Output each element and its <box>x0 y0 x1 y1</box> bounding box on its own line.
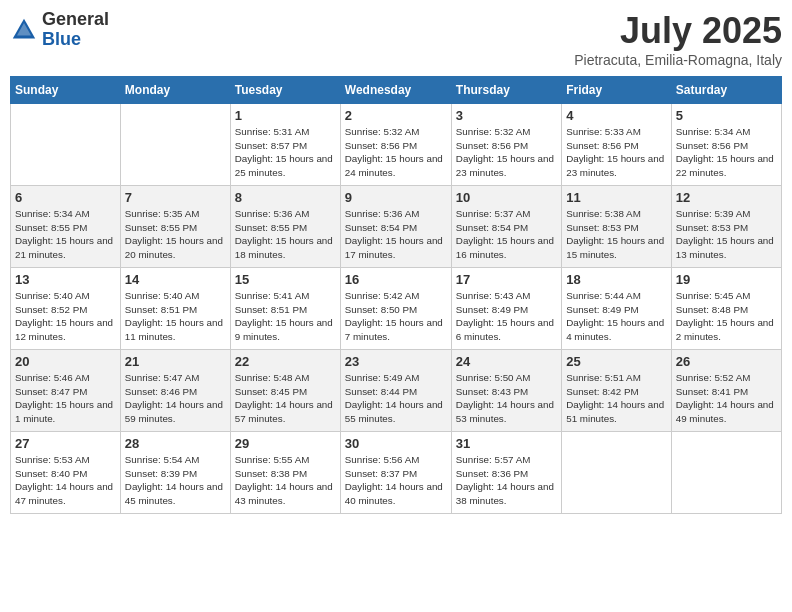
day-info: Sunrise: 5:39 AM Sunset: 8:53 PM Dayligh… <box>676 207 777 262</box>
calendar-week-row: 20Sunrise: 5:46 AM Sunset: 8:47 PM Dayli… <box>11 350 782 432</box>
day-number: 24 <box>456 354 557 369</box>
day-number: 28 <box>125 436 226 451</box>
calendar-cell: 27Sunrise: 5:53 AM Sunset: 8:40 PM Dayli… <box>11 432 121 514</box>
day-info: Sunrise: 5:31 AM Sunset: 8:57 PM Dayligh… <box>235 125 336 180</box>
day-info: Sunrise: 5:36 AM Sunset: 8:54 PM Dayligh… <box>345 207 447 262</box>
calendar-cell: 15Sunrise: 5:41 AM Sunset: 8:51 PM Dayli… <box>230 268 340 350</box>
day-info: Sunrise: 5:36 AM Sunset: 8:55 PM Dayligh… <box>235 207 336 262</box>
day-info: Sunrise: 5:50 AM Sunset: 8:43 PM Dayligh… <box>456 371 557 426</box>
day-number: 8 <box>235 190 336 205</box>
weekday-header-monday: Monday <box>120 77 230 104</box>
calendar-cell: 10Sunrise: 5:37 AM Sunset: 8:54 PM Dayli… <box>451 186 561 268</box>
calendar-cell: 12Sunrise: 5:39 AM Sunset: 8:53 PM Dayli… <box>671 186 781 268</box>
day-number: 25 <box>566 354 667 369</box>
calendar-cell: 18Sunrise: 5:44 AM Sunset: 8:49 PM Dayli… <box>562 268 672 350</box>
calendar-cell: 8Sunrise: 5:36 AM Sunset: 8:55 PM Daylig… <box>230 186 340 268</box>
day-info: Sunrise: 5:49 AM Sunset: 8:44 PM Dayligh… <box>345 371 447 426</box>
calendar-cell <box>562 432 672 514</box>
calendar-cell: 3Sunrise: 5:32 AM Sunset: 8:56 PM Daylig… <box>451 104 561 186</box>
calendar-cell <box>120 104 230 186</box>
day-number: 13 <box>15 272 116 287</box>
day-info: Sunrise: 5:43 AM Sunset: 8:49 PM Dayligh… <box>456 289 557 344</box>
day-number: 23 <box>345 354 447 369</box>
day-info: Sunrise: 5:34 AM Sunset: 8:55 PM Dayligh… <box>15 207 116 262</box>
day-info: Sunrise: 5:53 AM Sunset: 8:40 PM Dayligh… <box>15 453 116 508</box>
logo-icon <box>10 16 38 44</box>
weekday-header-sunday: Sunday <box>11 77 121 104</box>
day-number: 11 <box>566 190 667 205</box>
calendar-cell <box>11 104 121 186</box>
calendar-table: SundayMondayTuesdayWednesdayThursdayFrid… <box>10 76 782 514</box>
calendar-cell: 21Sunrise: 5:47 AM Sunset: 8:46 PM Dayli… <box>120 350 230 432</box>
day-info: Sunrise: 5:51 AM Sunset: 8:42 PM Dayligh… <box>566 371 667 426</box>
calendar-cell: 24Sunrise: 5:50 AM Sunset: 8:43 PM Dayli… <box>451 350 561 432</box>
day-number: 14 <box>125 272 226 287</box>
day-info: Sunrise: 5:45 AM Sunset: 8:48 PM Dayligh… <box>676 289 777 344</box>
day-number: 30 <box>345 436 447 451</box>
calendar-week-row: 1Sunrise: 5:31 AM Sunset: 8:57 PM Daylig… <box>11 104 782 186</box>
calendar-cell: 26Sunrise: 5:52 AM Sunset: 8:41 PM Dayli… <box>671 350 781 432</box>
day-number: 3 <box>456 108 557 123</box>
day-info: Sunrise: 5:34 AM Sunset: 8:56 PM Dayligh… <box>676 125 777 180</box>
day-info: Sunrise: 5:35 AM Sunset: 8:55 PM Dayligh… <box>125 207 226 262</box>
day-number: 10 <box>456 190 557 205</box>
weekday-header-thursday: Thursday <box>451 77 561 104</box>
day-number: 15 <box>235 272 336 287</box>
day-number: 12 <box>676 190 777 205</box>
day-number: 4 <box>566 108 667 123</box>
day-info: Sunrise: 5:48 AM Sunset: 8:45 PM Dayligh… <box>235 371 336 426</box>
day-info: Sunrise: 5:38 AM Sunset: 8:53 PM Dayligh… <box>566 207 667 262</box>
calendar-cell: 2Sunrise: 5:32 AM Sunset: 8:56 PM Daylig… <box>340 104 451 186</box>
calendar-cell: 13Sunrise: 5:40 AM Sunset: 8:52 PM Dayli… <box>11 268 121 350</box>
calendar-cell: 22Sunrise: 5:48 AM Sunset: 8:45 PM Dayli… <box>230 350 340 432</box>
day-number: 1 <box>235 108 336 123</box>
logo: General Blue <box>10 10 109 50</box>
logo-text: General Blue <box>42 10 109 50</box>
calendar-cell: 17Sunrise: 5:43 AM Sunset: 8:49 PM Dayli… <box>451 268 561 350</box>
day-info: Sunrise: 5:47 AM Sunset: 8:46 PM Dayligh… <box>125 371 226 426</box>
day-number: 2 <box>345 108 447 123</box>
calendar-cell: 9Sunrise: 5:36 AM Sunset: 8:54 PM Daylig… <box>340 186 451 268</box>
calendar-week-row: 27Sunrise: 5:53 AM Sunset: 8:40 PM Dayli… <box>11 432 782 514</box>
day-number: 20 <box>15 354 116 369</box>
calendar-cell: 4Sunrise: 5:33 AM Sunset: 8:56 PM Daylig… <box>562 104 672 186</box>
calendar-cell: 25Sunrise: 5:51 AM Sunset: 8:42 PM Dayli… <box>562 350 672 432</box>
calendar-cell: 28Sunrise: 5:54 AM Sunset: 8:39 PM Dayli… <box>120 432 230 514</box>
header: General Blue July 2025 Pietracuta, Emili… <box>10 10 782 68</box>
day-number: 18 <box>566 272 667 287</box>
day-info: Sunrise: 5:42 AM Sunset: 8:50 PM Dayligh… <box>345 289 447 344</box>
calendar-cell: 23Sunrise: 5:49 AM Sunset: 8:44 PM Dayli… <box>340 350 451 432</box>
calendar-cell: 7Sunrise: 5:35 AM Sunset: 8:55 PM Daylig… <box>120 186 230 268</box>
day-info: Sunrise: 5:56 AM Sunset: 8:37 PM Dayligh… <box>345 453 447 508</box>
day-number: 31 <box>456 436 557 451</box>
calendar-header: SundayMondayTuesdayWednesdayThursdayFrid… <box>11 77 782 104</box>
day-info: Sunrise: 5:32 AM Sunset: 8:56 PM Dayligh… <box>345 125 447 180</box>
day-number: 19 <box>676 272 777 287</box>
calendar-cell: 5Sunrise: 5:34 AM Sunset: 8:56 PM Daylig… <box>671 104 781 186</box>
calendar-cell: 11Sunrise: 5:38 AM Sunset: 8:53 PM Dayli… <box>562 186 672 268</box>
day-number: 22 <box>235 354 336 369</box>
calendar-cell: 16Sunrise: 5:42 AM Sunset: 8:50 PM Dayli… <box>340 268 451 350</box>
day-number: 29 <box>235 436 336 451</box>
calendar-cell: 6Sunrise: 5:34 AM Sunset: 8:55 PM Daylig… <box>11 186 121 268</box>
day-info: Sunrise: 5:32 AM Sunset: 8:56 PM Dayligh… <box>456 125 557 180</box>
calendar-week-row: 6Sunrise: 5:34 AM Sunset: 8:55 PM Daylig… <box>11 186 782 268</box>
weekday-header-friday: Friday <box>562 77 672 104</box>
weekday-header-saturday: Saturday <box>671 77 781 104</box>
day-number: 5 <box>676 108 777 123</box>
day-info: Sunrise: 5:33 AM Sunset: 8:56 PM Dayligh… <box>566 125 667 180</box>
day-info: Sunrise: 5:41 AM Sunset: 8:51 PM Dayligh… <box>235 289 336 344</box>
calendar-cell: 19Sunrise: 5:45 AM Sunset: 8:48 PM Dayli… <box>671 268 781 350</box>
weekday-header-row: SundayMondayTuesdayWednesdayThursdayFrid… <box>11 77 782 104</box>
day-number: 6 <box>15 190 116 205</box>
day-info: Sunrise: 5:40 AM Sunset: 8:52 PM Dayligh… <box>15 289 116 344</box>
day-info: Sunrise: 5:40 AM Sunset: 8:51 PM Dayligh… <box>125 289 226 344</box>
day-number: 21 <box>125 354 226 369</box>
month-title: July 2025 <box>574 10 782 52</box>
day-info: Sunrise: 5:52 AM Sunset: 8:41 PM Dayligh… <box>676 371 777 426</box>
title-area: July 2025 Pietracuta, Emilia-Romagna, It… <box>574 10 782 68</box>
day-info: Sunrise: 5:46 AM Sunset: 8:47 PM Dayligh… <box>15 371 116 426</box>
calendar-week-row: 13Sunrise: 5:40 AM Sunset: 8:52 PM Dayli… <box>11 268 782 350</box>
day-info: Sunrise: 5:55 AM Sunset: 8:38 PM Dayligh… <box>235 453 336 508</box>
day-number: 17 <box>456 272 557 287</box>
